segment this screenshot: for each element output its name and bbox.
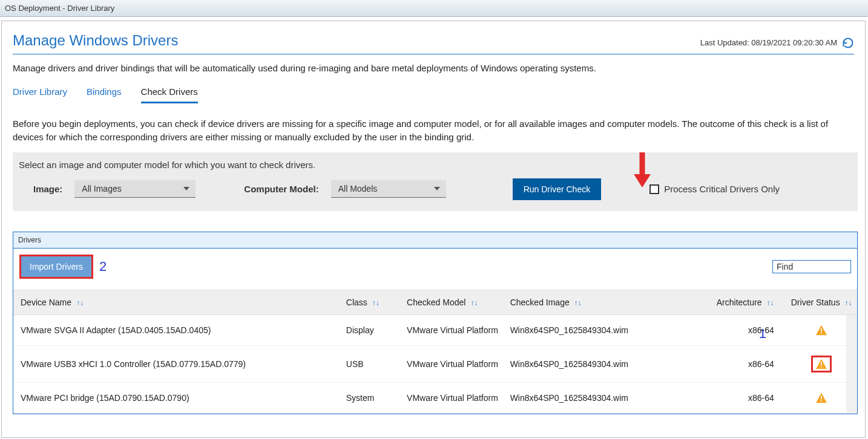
col-class[interactable]: Class ↑↓	[341, 290, 402, 314]
col-checked-model[interactable]: Checked Model ↑↓	[402, 290, 505, 314]
chevron-down-icon	[183, 187, 189, 190]
last-updated: Last Updated: 08/19/2021 09:20:30 AM	[700, 37, 854, 49]
image-select[interactable]: All Images	[74, 180, 196, 198]
page-title: Manage Windows Drivers	[13, 32, 178, 49]
refresh-icon[interactable]	[842, 37, 854, 49]
cell-device-name: VMware USB3 xHCI 1.0 Controller (15AD.07…	[13, 345, 341, 382]
page-header: Manage Windows Drivers Last Updated: 08/…	[2, 21, 865, 54]
svg-rect-4	[821, 333, 823, 334]
sort-icon: ↑↓	[845, 299, 852, 307]
col-checked-image[interactable]: Checked Image ↑↓	[505, 290, 712, 314]
svg-marker-1	[634, 174, 651, 187]
svg-rect-9	[821, 396, 823, 400]
cell-checked-image: Win8x64SP0_1625849304.wim	[505, 382, 712, 413]
chevron-down-icon	[434, 187, 440, 190]
drivers-table: Device Name ↑↓ Class ↑↓ Checked Model ↑↓	[13, 290, 857, 414]
cell-device-name: VMware SVGA II Adapter (15AD.0405.15AD.0…	[13, 314, 341, 345]
tab-driver-library[interactable]: Driver Library	[13, 83, 67, 103]
critical-only-label: Process Critical Drivers Only	[664, 184, 780, 194]
image-select-value: All Images	[82, 184, 121, 193]
header-rule	[13, 54, 854, 54]
cell-driver-status	[786, 382, 857, 413]
drivers-panel: Drivers Import Drivers 2 Find 1 ▴ Device…	[13, 232, 858, 415]
import-drivers-button[interactable]: Import Drivers	[19, 255, 93, 279]
svg-rect-3	[821, 328, 823, 332]
find-input[interactable]: Find	[772, 260, 851, 273]
cell-checked-image: Win8x64SP0_1625849304.wim	[505, 345, 712, 382]
tab-bar: Driver Library Bindings Check Drivers	[2, 83, 865, 104]
sort-icon: ↑↓	[76, 299, 84, 307]
svg-rect-7	[821, 366, 823, 368]
tab-description: Before you begin deployments, you can ch…	[2, 104, 865, 152]
drivers-table-container: 1 ▴ Device Name ↑↓ Class ↑↓	[13, 290, 857, 414]
window-title: OS Deployment - Driver Library	[5, 4, 114, 13]
col-architecture[interactable]: Architecture ↑↓	[712, 290, 786, 314]
model-select[interactable]: All Models	[331, 180, 446, 198]
run-driver-check-button[interactable]: Run Driver Check	[513, 178, 601, 200]
find-placeholder: Find	[777, 262, 793, 272]
table-row[interactable]: VMware SVGA II Adapter (15AD.0405.15AD.0…	[13, 314, 857, 345]
annotation-arrow-icon	[630, 150, 654, 192]
col-driver-status[interactable]: Driver Status ↑↓	[786, 290, 857, 314]
drivers-panel-title: Drivers	[13, 232, 857, 249]
cell-checked-model: VMware Virtual Platform	[402, 345, 505, 382]
drivers-toolbar: Import Drivers 2 Find	[13, 249, 857, 290]
tab-bindings[interactable]: Bindings	[87, 83, 122, 103]
svg-rect-6	[821, 362, 823, 366]
table-row[interactable]: VMware USB3 xHCI 1.0 Controller (15AD.07…	[13, 345, 857, 382]
svg-rect-10	[821, 400, 823, 402]
cell-architecture: x86-64	[712, 345, 786, 382]
cell-driver-status	[786, 314, 857, 345]
warning-icon	[815, 325, 827, 334]
cell-class: Display	[341, 314, 402, 345]
col-device-name[interactable]: Device Name ↑↓	[13, 290, 341, 314]
last-updated-text: Last Updated: 08/19/2021 09:20:30 AM	[700, 38, 837, 47]
sort-icon: ↑↓	[766, 299, 774, 307]
sort-icon: ↑↓	[470, 299, 478, 307]
cell-checked-image: Win8x64SP0_1625849304.wim	[505, 314, 712, 345]
image-label: Image:	[33, 184, 62, 194]
cell-driver-status	[786, 345, 857, 382]
window-titlebar: OS Deployment - Driver Library	[0, 0, 868, 17]
table-row[interactable]: VMware PCI bridge (15AD.0790.15AD.0790)S…	[13, 382, 857, 413]
sort-icon: ↑↓	[574, 299, 582, 307]
cell-checked-model: VMware Virtual Platform	[402, 314, 505, 345]
warning-icon	[815, 392, 827, 402]
page-description: Manage drivers and driver bindings that …	[2, 63, 865, 83]
content-area: Manage Windows Drivers Last Updated: 08/…	[1, 21, 866, 438]
cell-class: System	[341, 382, 402, 413]
model-select-value: All Models	[338, 184, 378, 193]
model-label: Computer Model:	[244, 184, 318, 194]
filter-panel: Select an image and computer model for w…	[13, 152, 858, 211]
cell-class: USB	[341, 345, 402, 382]
critical-only-checkbox[interactable]: Process Critical Drivers Only	[649, 184, 780, 194]
filter-instruction: Select an image and computer model for w…	[19, 160, 849, 170]
cell-architecture: x86-64	[712, 314, 786, 345]
warning-icon	[811, 356, 832, 372]
tab-check-drivers[interactable]: Check Drivers	[141, 83, 198, 103]
annotation-number-2: 2	[99, 259, 107, 275]
cell-device-name: VMware PCI bridge (15AD.0790.15AD.0790)	[13, 382, 341, 413]
sort-icon: ↑↓	[372, 299, 380, 307]
cell-checked-model: VMware Virtual Platform	[402, 382, 505, 413]
cell-architecture: x86-64	[712, 382, 786, 413]
filter-row: Image: All Images Computer Model: All Mo…	[19, 178, 849, 200]
